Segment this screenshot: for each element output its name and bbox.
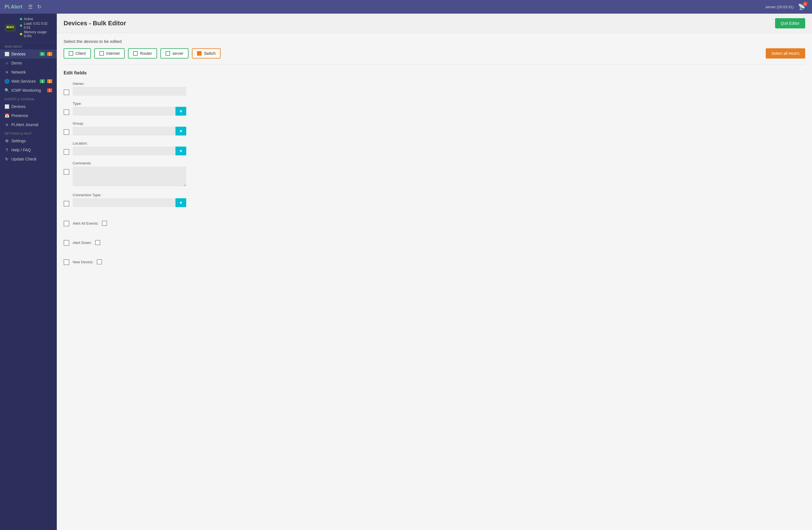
- type-select-arrow[interactable]: ▼: [175, 107, 186, 116]
- memory-dot: [20, 33, 22, 35]
- internet-label: Internet: [106, 51, 119, 56]
- select-devices-label: Select the devices to be edited: [63, 39, 805, 44]
- network-label: Network: [11, 70, 52, 74]
- logo-pi: Pi.: [4, 4, 11, 10]
- connection-type-row-checkbox[interactable]: [63, 201, 69, 206]
- comments-textarea[interactable]: [73, 167, 186, 186]
- icmp-icon: 🔍: [4, 88, 9, 92]
- alert-all-events-inner-checkbox[interactable]: [102, 221, 107, 226]
- comments-label: Comments:: [73, 161, 186, 165]
- alert-all-events-row-checkbox[interactable]: [63, 221, 69, 226]
- comments-row-checkbox[interactable]: [63, 169, 69, 175]
- logo-alert: Alert: [11, 4, 23, 10]
- load-label: Load: 0.01 0.02 0.01: [24, 22, 52, 30]
- group-field-content: Group: ▼: [73, 121, 186, 135]
- device-btn-router[interactable]: Router: [128, 48, 157, 58]
- group-select[interactable]: [73, 127, 175, 135]
- alert-all-events-field-content: Alert All Events:: [73, 213, 186, 226]
- alert-down-row-checkbox[interactable]: [63, 240, 69, 246]
- sidebar-item-presence[interactable]: 📅 Presence: [0, 111, 57, 120]
- icmp-badge-red: 1: [47, 88, 52, 92]
- settings-icon: ⚙: [4, 139, 9, 143]
- demo-label: Demo: [11, 61, 52, 65]
- web-services-badge-orange: 1: [47, 79, 52, 83]
- device-btn-server[interactable]: server: [160, 48, 189, 58]
- sidebar-item-demo[interactable]: ○ Demo: [0, 58, 57, 68]
- location-select[interactable]: [73, 146, 175, 155]
- sidebar-item-web-services[interactable]: 🌐 Web Services 1 1: [0, 77, 57, 86]
- new-device-row-checkbox[interactable]: [63, 259, 69, 265]
- sidebar-item-pialert-journal[interactable]: ≡ Pi.Alert Journal: [0, 120, 57, 129]
- location-label: Location:: [73, 141, 186, 145]
- web-services-badge-green: 1: [40, 79, 45, 83]
- sidebar-item-devices-journal[interactable]: ⬜ Devices: [0, 102, 57, 111]
- type-select[interactable]: [73, 107, 175, 116]
- connection-type-select-arrow[interactable]: ▼: [175, 198, 186, 207]
- location-row-checkbox[interactable]: [63, 149, 69, 155]
- device-type-buttons: Client Internet Router server Switch: [63, 48, 805, 58]
- sidebar-item-update[interactable]: ↻ Update Check: [0, 155, 57, 163]
- device-btn-switch[interactable]: Switch: [192, 48, 221, 58]
- page-header: Devices - Bulk Editor Quit Editor: [57, 14, 812, 33]
- connection-type-field-content: Connection Type: ▼: [73, 193, 186, 207]
- update-icon: ↻: [4, 157, 9, 161]
- owner-field-content: Owner:: [73, 82, 186, 96]
- sidebar-item-devices[interactable]: ⬜ Devices 5 1: [0, 49, 57, 58]
- settings-label: SETTINGS & HELP: [0, 129, 57, 136]
- device-btn-internet[interactable]: Internet: [94, 48, 125, 58]
- owner-input[interactable]: [73, 87, 186, 96]
- connection-type-field-row: Connection Type: ▼: [63, 193, 805, 207]
- switch-label: Switch: [204, 51, 216, 56]
- presence-icon: 📅: [4, 113, 9, 118]
- alert-down-field-content: Alert Down:: [73, 232, 186, 245]
- app-logo: Pi.Alert: [4, 4, 23, 10]
- memory-label: Memory usage: 9.0%: [24, 30, 52, 38]
- server-checkbox: [165, 51, 170, 56]
- group-row-checkbox[interactable]: [63, 129, 69, 135]
- alert-down-wrapper: Alert Down:: [73, 240, 186, 245]
- quit-editor-button[interactable]: Quit Editor: [775, 18, 805, 28]
- group-select-arrow[interactable]: ▼: [175, 127, 186, 135]
- new-device-label: New Device:: [73, 260, 93, 264]
- network-menu-icon: ≡: [4, 70, 9, 74]
- sidebar-item-network[interactable]: ≡ Network: [0, 68, 57, 77]
- new-device-field-row: New Device:: [63, 252, 805, 265]
- new-device-inner-checkbox[interactable]: [97, 259, 102, 264]
- web-services-label: Web Services: [11, 79, 38, 84]
- menu-icon[interactable]: ☰: [28, 4, 33, 10]
- group-field-row: Group: ▼: [63, 121, 805, 135]
- active-dot: [20, 18, 22, 20]
- router-checkbox: [133, 51, 138, 56]
- devices-label: Devices: [11, 52, 38, 56]
- help-icon: ?: [4, 148, 9, 152]
- presence-label: Presence: [11, 113, 52, 118]
- journal-icon: ≡: [4, 123, 9, 127]
- web-services-icon: 🌐: [4, 79, 9, 84]
- main-content: Devices - Bulk Editor Quit Editor Select…: [57, 14, 812, 530]
- sidebar-item-icmp[interactable]: 🔍 ICMP Monitoring 1: [0, 86, 57, 95]
- group-label: Group:: [73, 121, 186, 126]
- alert-down-inner-checkbox[interactable]: [95, 240, 100, 245]
- refresh-icon[interactable]: ↻: [37, 4, 41, 10]
- icmp-label: ICMP Monitoring: [11, 88, 45, 92]
- new-device-field-content: New Device:: [73, 252, 186, 264]
- owner-row-checkbox[interactable]: [63, 89, 69, 95]
- sidebar-item-settings[interactable]: ⚙ Settings: [0, 136, 57, 145]
- device-btn-client[interactable]: Client: [63, 48, 91, 58]
- content-area: Select the devices to be edited Client I…: [57, 33, 812, 276]
- devices-icon: ⬜: [4, 52, 9, 56]
- type-row-checkbox[interactable]: [63, 109, 69, 115]
- sidebar-item-help[interactable]: ? Help / FAQ: [0, 145, 57, 155]
- client-checkbox: [69, 51, 73, 56]
- location-select-arrow[interactable]: ▼: [175, 146, 186, 155]
- topbar: Pi.Alert ☰ ↻ server (20:03:31) 📡 2: [0, 0, 812, 14]
- location-field-row: Location: ▼: [63, 141, 805, 155]
- server-status: server (20:03:31): [766, 5, 794, 9]
- location-select-wrapper: ▼: [73, 146, 186, 155]
- comments-field-content: Comments:: [73, 161, 186, 187]
- switch-checkbox: [197, 51, 202, 56]
- edit-fields-title: Edit fields: [63, 70, 805, 76]
- select-all-hosts-button[interactable]: Select all Host's: [766, 48, 805, 58]
- connection-type-select[interactable]: [73, 198, 175, 207]
- location-field-content: Location: ▼: [73, 141, 186, 155]
